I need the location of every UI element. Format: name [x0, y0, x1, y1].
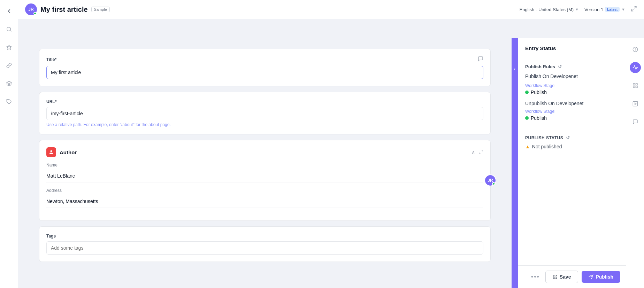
latest-badge: Latest: [605, 7, 620, 12]
publish-rules-title: Publish Rules ↺: [525, 64, 619, 69]
play-icon[interactable]: [630, 98, 641, 109]
title-card: Title*: [39, 49, 491, 86]
workflow-stage-label-1: Workflow Stage:: [525, 83, 619, 88]
version-selector[interactable]: Version 1 Latest ▼: [584, 7, 625, 12]
search-icon[interactable]: [3, 24, 15, 35]
publish-status-title: PUBLISH STATUS ↺: [525, 135, 619, 140]
author-name-field: Name Matt LeBlanc: [46, 163, 483, 182]
title-input[interactable]: [46, 66, 483, 79]
content-area: Title* URL* Use a relative path. For exa…: [18, 38, 512, 288]
author-name-value: Matt LeBlanc: [46, 170, 483, 182]
main-area: Title* URL* Use a relative path. For exa…: [18, 38, 644, 288]
green-dot-1: [525, 91, 529, 94]
svg-rect-13: [636, 84, 637, 85]
author-title: Author: [60, 149, 77, 155]
comment-icon[interactable]: [478, 56, 483, 63]
svg-rect-16: [633, 101, 637, 106]
publish-stage-2: Publish: [531, 115, 547, 121]
locale-chevron-icon: ▼: [575, 7, 579, 11]
svg-rect-12: [633, 84, 635, 85]
workflow-stage-label-2: Workflow Stage:: [525, 109, 619, 114]
author-address-label: Address: [46, 188, 483, 193]
author-address-field: Address Newton, Massachusetts: [46, 188, 483, 208]
publish-stage-1: Publish: [531, 89, 547, 95]
sidebar-toggle[interactable]: ›: [512, 38, 518, 288]
tags-card: Tags: [39, 226, 491, 262]
tags-label: Tags: [46, 234, 483, 239]
publish-workflow-1: Publish: [525, 89, 619, 95]
publish-workflow-2: Publish: [525, 115, 619, 121]
svg-point-7: [51, 150, 52, 152]
avatar-online-dot: [492, 182, 495, 185]
tags-input[interactable]: [46, 241, 483, 255]
star-icon[interactable]: [3, 42, 15, 53]
svg-rect-15: [636, 86, 637, 88]
unpublish-on-dev: Unpublish On Developenet: [525, 101, 619, 106]
version-chevron-icon: ▼: [621, 7, 625, 11]
warning-icon: ▲: [525, 144, 530, 149]
fullscreen-button[interactable]: [631, 6, 637, 14]
url-card: URL* Use a relative path. For example, e…: [39, 92, 491, 134]
publish-status-section: PUBLISH STATUS ↺ ▲ Not published: [518, 128, 626, 156]
pulse-icon[interactable]: [630, 62, 641, 73]
url-input[interactable]: [46, 107, 483, 120]
author-card: Author ∧ Name Matt LeBlanc Address N: [39, 140, 491, 221]
author-name-label: Name: [46, 163, 483, 168]
back-button[interactable]: [3, 6, 15, 17]
url-hint: Use a relative path. For example, enter …: [46, 122, 483, 127]
info-icon[interactable]: [630, 44, 641, 55]
author-section-header: Author ∧: [46, 147, 483, 157]
svg-marker-17: [635, 103, 636, 104]
online-indicator: [33, 12, 37, 15]
publish-status-refresh-icon[interactable]: ↺: [566, 135, 570, 140]
action-bar: ••• Save Publish: [518, 265, 626, 288]
layers-icon[interactable]: [3, 78, 15, 89]
tag-icon[interactable]: [3, 96, 15, 107]
not-published-status: ▲ Not published: [525, 144, 619, 149]
green-dot-2: [525, 116, 529, 120]
page-title: My first article: [40, 6, 88, 14]
author-avatar: JR: [484, 174, 496, 186]
apps-icon[interactable]: [630, 80, 641, 91]
right-panel: Entry Status Publish Rules ↺ Publish On …: [518, 38, 626, 288]
author-collapse-icon[interactable]: ∧: [472, 149, 475, 155]
refresh-icon[interactable]: ↺: [558, 64, 562, 69]
svg-rect-14: [633, 86, 635, 88]
author-icon: [46, 147, 56, 157]
svg-marker-2: [7, 45, 11, 49]
publish-rules-section: Publish Rules ↺ Publish On Developenet W…: [518, 57, 626, 128]
left-sidebar: [0, 0, 18, 288]
entry-status-title: Entry Status: [518, 38, 626, 57]
toggle-arrow-icon: ›: [514, 66, 515, 71]
locale-selector[interactable]: English - United States (M) ▼: [520, 7, 579, 12]
svg-line-6: [631, 9, 633, 11]
sample-badge: Sample: [91, 7, 110, 12]
header-right: English - United States (M) ▼ Version 1 …: [520, 6, 637, 14]
publish-on-dev: Publish On Developenet: [525, 73, 619, 79]
save-button[interactable]: Save: [545, 271, 578, 283]
chat-icon[interactable]: [630, 116, 641, 127]
author-address-value: Newton, Massachusetts: [46, 195, 483, 208]
title-label: Title*: [46, 56, 483, 63]
link-icon[interactable]: [3, 60, 15, 71]
header-left: JR My first article Sample: [25, 3, 520, 15]
url-label: URL*: [46, 99, 483, 104]
svg-line-5: [635, 6, 636, 8]
more-options-button[interactable]: •••: [531, 273, 540, 281]
publish-button[interactable]: Publish: [582, 271, 620, 283]
header: JR My first article Sample English - Uni…: [18, 0, 644, 19]
svg-line-1: [10, 30, 11, 31]
far-right-sidebar: [626, 38, 644, 288]
author-expand-icon[interactable]: [478, 149, 483, 155]
svg-marker-3: [7, 81, 11, 84]
user-avatar: JR: [25, 3, 37, 15]
panel-spacer: [518, 156, 626, 265]
